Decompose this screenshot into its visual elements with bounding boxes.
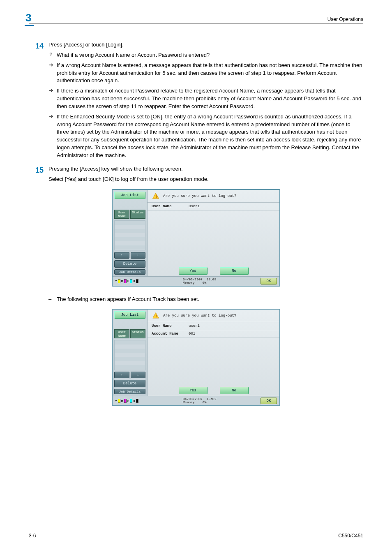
ok-button[interactable]: OK	[261, 398, 277, 404]
scroll-down-button[interactable]: ↓	[131, 372, 146, 378]
user-name-label: User Name	[152, 204, 189, 208]
question-icon: ?	[48, 51, 57, 59]
step-14: 14 Press [Access] or touch [Login]. ? Wh…	[29, 41, 363, 162]
arrow-icon	[48, 62, 57, 85]
yes-button[interactable]: Yes	[179, 267, 208, 275]
question-text: What if a wrong Account Name or Account …	[57, 51, 363, 59]
user-name-label: User Name	[152, 324, 189, 328]
svg-text:!: !	[155, 314, 157, 319]
yes-button[interactable]: Yes	[179, 387, 208, 394]
svg-text:!: !	[155, 194, 157, 199]
chapter-number: 3	[25, 12, 34, 26]
step-number: 15	[29, 165, 48, 186]
logout-prompt: Are you sure you want to log-out?	[163, 314, 236, 318]
no-button[interactable]: No	[220, 267, 249, 275]
job-list-area	[114, 340, 145, 370]
step-15: 15 Pressing the [Access] key will show t…	[29, 165, 363, 186]
logout-dialog-screenshot-1: Job List User Name Status ↑ ↓ Delete Job…	[112, 189, 280, 287]
ok-button[interactable]: OK	[261, 278, 277, 284]
arrow-icon	[48, 87, 57, 111]
section-title: User Operations	[327, 16, 363, 22]
bullet-text: If there is a mismatch of Account Passwo…	[57, 87, 363, 111]
user-name-value: user1	[189, 324, 200, 328]
no-button[interactable]: No	[220, 387, 249, 394]
account-name-label: Account Name	[152, 332, 189, 336]
user-tab[interactable]: User Name	[114, 210, 129, 219]
bullet-text: If the Enhanced Security Mode is set to …	[57, 113, 363, 160]
page-number: 3-6	[29, 533, 36, 539]
note-text: The following screen appears if Account …	[57, 296, 363, 303]
step-line2: Select [Yes] and touch [OK] to log off f…	[48, 176, 363, 183]
warning-icon: !	[152, 312, 160, 319]
status-tab[interactable]: Status	[130, 210, 145, 219]
status-datetime: 04/03/2007 15:05 Memory 0%	[183, 278, 217, 284]
scroll-down-button[interactable]: ↓	[131, 252, 146, 259]
step-intro: Press [Access] or touch [Login].	[48, 41, 363, 49]
account-name-value: 001	[189, 332, 195, 336]
scroll-up-button[interactable]: ↑	[114, 372, 129, 378]
arrow-icon	[48, 113, 57, 160]
toner-levels: Y M C K	[115, 399, 138, 403]
delete-button[interactable]: Delete	[114, 260, 145, 268]
user-tab[interactable]: User Name	[114, 329, 129, 338]
job-details-button[interactable]: Job Details	[114, 389, 145, 394]
scroll-up-button[interactable]: ↑	[114, 252, 129, 259]
header-rule	[29, 23, 363, 23]
svg-text:?: ?	[49, 51, 52, 57]
job-list-button[interactable]: Job List	[114, 311, 145, 319]
toner-levels: Y M C K	[115, 279, 138, 283]
dash-icon: –	[48, 296, 57, 303]
step-number: 14	[29, 41, 48, 162]
bullet-text: If a wrong Account Name is entered, a me…	[57, 62, 363, 85]
logout-prompt: Are you sure you want to log-out?	[163, 194, 236, 198]
note-row: – The following screen appears if Accoun…	[29, 294, 363, 306]
status-tab[interactable]: Status	[130, 329, 145, 338]
warning-icon: !	[152, 192, 160, 200]
model-number: C550/C451	[338, 533, 363, 539]
job-details-button[interactable]: Job Details	[114, 269, 145, 275]
user-name-value: user1	[189, 204, 200, 208]
logout-dialog-screenshot-2: Job List User Name Status ↑ ↓ Delete Job…	[112, 309, 280, 406]
job-list-area	[114, 220, 145, 250]
step-line1: Pressing the [Access] key will show the …	[48, 165, 363, 173]
delete-button[interactable]: Delete	[114, 380, 145, 387]
status-datetime: 04/03/2007 15:02 Memory 0%	[183, 398, 217, 404]
job-list-button[interactable]: Job List	[114, 192, 145, 199]
